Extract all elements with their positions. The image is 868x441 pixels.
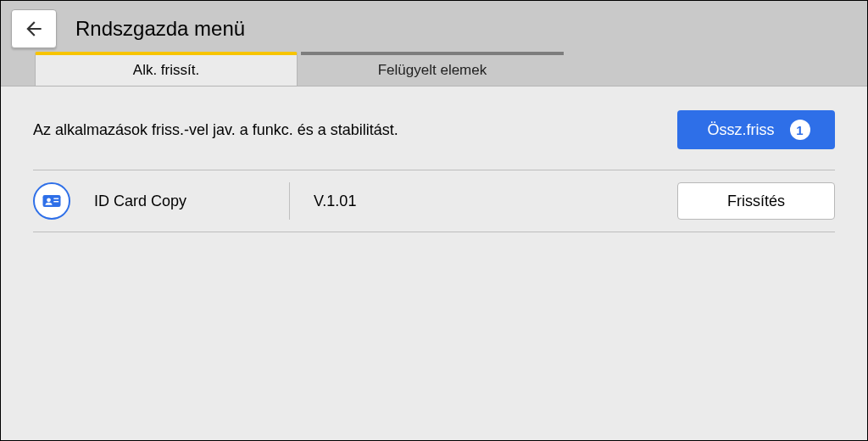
divider-vertical [289,182,290,220]
app-row: ID Card Copy V.1.01 Frissítés [33,170,835,232]
content-area: Az alkalmazások friss.-vel jav. a funkc.… [1,86,867,440]
app-window: Rndszgazda menü Alk. frissít. Felügyelt … [0,0,868,441]
id-card-icon [33,182,70,220]
back-button[interactable] [11,9,57,48]
header: Rndszgazda menü [1,1,867,50]
app-name: ID Card Copy [94,193,289,210]
arrow-left-icon [23,18,45,40]
app-version: V.1.01 [314,193,677,210]
tab-managed-items[interactable]: Felügyelt elemek [301,52,564,86]
svg-rect-2 [53,198,58,199]
description-text: Az alkalmazások friss.-vel jav. a funkc.… [33,121,398,139]
tab-app-update[interactable]: Alk. frissít. [35,52,298,86]
tab-label: Alk. frissít. [133,62,199,79]
update-all-label: Össz.friss [708,121,775,139]
app-row-inner: ID Card Copy V.1.01 Frissítés [33,182,835,220]
update-all-button[interactable]: Össz.friss 1 [677,110,835,149]
svg-rect-3 [53,201,58,202]
update-button[interactable]: Frissítés [677,182,835,220]
app-list: ID Card Copy V.1.01 Frissítés [1,170,867,232]
update-count-badge: 1 [790,120,810,140]
svg-point-1 [47,198,51,203]
tab-label: Felügyelt elemek [378,62,487,79]
tabs: Alk. frissít. Felügyelt elemek [1,50,867,86]
page-title: Rndszgazda menü [75,17,245,41]
description-row: Az alkalmazások friss.-vel jav. a funkc.… [1,87,867,170]
